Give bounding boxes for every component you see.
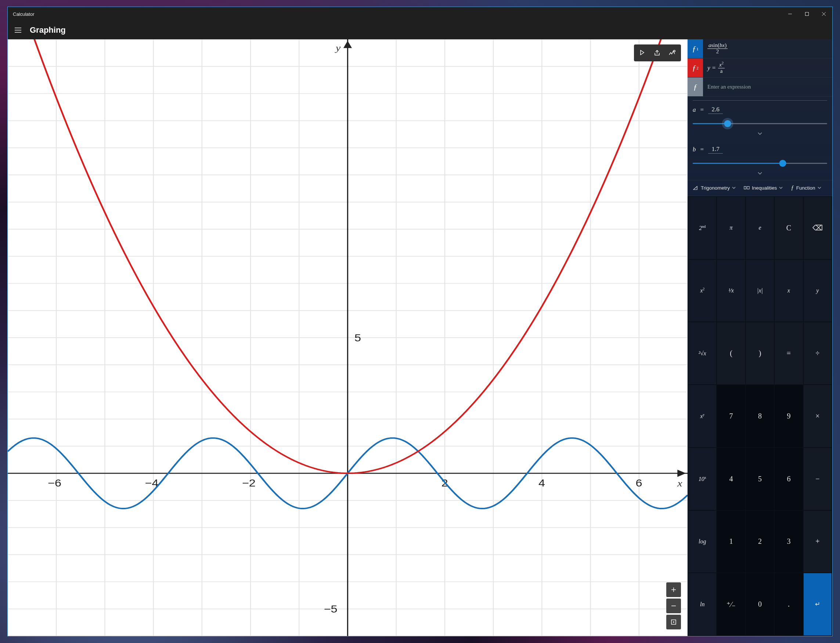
svg-text:6: 6 xyxy=(636,477,642,488)
key-decimal-point[interactable]: . xyxy=(775,573,803,635)
window-title: Calculator xyxy=(13,11,34,17)
key-digit-5[interactable]: 5 xyxy=(746,448,774,510)
variable-name: b xyxy=(693,146,696,153)
content: yx−6−4−22465−5 xyxy=(8,39,832,636)
variable-name: a xyxy=(693,106,696,114)
equation-row-f1[interactable]: ƒ1asin(bx)2 xyxy=(688,39,832,59)
variable-a: a=2.6 xyxy=(688,101,832,140)
key-ln[interactable]: ln xyxy=(688,573,716,635)
svg-point-57 xyxy=(674,51,675,52)
equation-body-f1[interactable]: asin(bx)2 xyxy=(703,39,832,58)
key-variable-x[interactable]: x xyxy=(775,260,803,322)
svg-rect-1 xyxy=(806,13,809,16)
category-row: Trigonometry Inequalities ƒ Function xyxy=(688,180,832,196)
key-square[interactable]: x2 xyxy=(688,260,716,322)
key-equals-op[interactable]: = xyxy=(775,322,803,384)
trigonometry-menu[interactable]: Trigonometry xyxy=(692,183,736,193)
key-digit-9[interactable]: 9 xyxy=(775,385,803,447)
key-paren-open[interactable]: ( xyxy=(717,322,745,384)
equation-color-f2[interactable]: ƒ2 xyxy=(688,59,703,77)
key-pi[interactable]: π xyxy=(717,197,745,259)
variable-value-a[interactable]: 2.6 xyxy=(708,106,723,114)
key-paren-close[interactable]: ) xyxy=(746,322,774,384)
key-log[interactable]: log xyxy=(688,511,716,573)
expand-b[interactable] xyxy=(693,168,827,179)
close-button[interactable] xyxy=(816,7,832,21)
key-add[interactable]: + xyxy=(804,511,832,573)
equation-body-f2[interactable]: y =x2a xyxy=(703,59,832,77)
svg-rect-64 xyxy=(747,186,749,189)
keypad: 2ndπeC⌫x2¹⁄x|x|xy²√x()=÷xy789×10x456−log… xyxy=(688,196,832,636)
key-euler-e[interactable]: e xyxy=(746,197,774,259)
key-enter[interactable]: ↵ xyxy=(804,573,832,635)
function-f-icon: ƒ xyxy=(791,184,794,191)
app-header: Graphing xyxy=(8,21,832,39)
menu-button[interactable] xyxy=(10,22,26,38)
svg-text:5: 5 xyxy=(355,332,361,343)
key-reciprocal[interactable]: ¹⁄x xyxy=(717,260,745,322)
key-negate[interactable]: ⁺⁄₋ xyxy=(717,573,745,635)
app-window: Calculator Graphing yx−6−4−22465−5 xyxy=(7,7,833,636)
titlebar: Calculator xyxy=(8,7,832,21)
expand-a[interactable] xyxy=(693,129,827,140)
key-clear[interactable]: C xyxy=(775,197,803,259)
key-sqrt[interactable]: ²√x xyxy=(688,322,716,384)
svg-text:y: y xyxy=(335,42,341,53)
key-digit-0[interactable]: 0 xyxy=(746,573,774,635)
svg-text:4: 4 xyxy=(539,477,545,488)
equation-body-new[interactable]: Enter an expression xyxy=(703,78,832,96)
key-digit-3[interactable]: 3 xyxy=(775,511,803,573)
svg-text:−6: −6 xyxy=(48,477,61,488)
key-power[interactable]: xy xyxy=(688,385,716,447)
key-ten-power[interactable]: 10x xyxy=(688,448,716,510)
key-multiply[interactable]: × xyxy=(804,385,832,447)
function-menu[interactable]: ƒ Function xyxy=(790,183,822,193)
side-panel: ƒ1asin(bx)2ƒ2y =x2aƒEnter an expression … xyxy=(688,39,832,636)
trace-tool-button[interactable] xyxy=(636,47,650,59)
key-digit-8[interactable]: 8 xyxy=(746,385,774,447)
key-second-function[interactable]: 2nd xyxy=(688,197,716,259)
key-backspace[interactable]: ⌫ xyxy=(804,197,832,259)
svg-rect-63 xyxy=(744,186,746,189)
key-digit-1[interactable]: 1 xyxy=(717,511,745,573)
slider-a[interactable] xyxy=(693,119,827,129)
key-digit-4[interactable]: 4 xyxy=(717,448,745,510)
equation-row-f2[interactable]: ƒ2y =x2a xyxy=(688,59,832,78)
inequalities-menu[interactable]: Inequalities xyxy=(743,183,783,193)
key-absolute[interactable]: |x| xyxy=(746,260,774,322)
graph-options-button[interactable] xyxy=(666,47,679,59)
key-subtract[interactable]: − xyxy=(804,448,832,510)
slider-b[interactable] xyxy=(693,159,827,168)
minimize-button[interactable] xyxy=(781,7,798,21)
svg-point-62 xyxy=(673,621,674,623)
variable-sliders: a=2.6b=1.7 xyxy=(688,101,832,180)
share-graph-button[interactable] xyxy=(651,47,664,59)
svg-text:x: x xyxy=(677,478,682,488)
zoom-fit-button[interactable] xyxy=(666,615,681,629)
key-digit-7[interactable]: 7 xyxy=(717,385,745,447)
variable-b: b=1.7 xyxy=(688,140,832,180)
key-variable-y[interactable]: y xyxy=(804,260,832,322)
mode-title: Graphing xyxy=(30,25,66,35)
svg-text:−2: −2 xyxy=(242,477,256,488)
key-digit-2[interactable]: 2 xyxy=(746,511,774,573)
equation-list: ƒ1asin(bx)2ƒ2y =x2aƒEnter an expression xyxy=(688,39,832,96)
svg-text:−5: −5 xyxy=(324,603,337,614)
graph-canvas[interactable]: yx−6−4−22465−5 xyxy=(8,39,688,636)
window-controls xyxy=(781,7,832,21)
zoom-out-button[interactable] xyxy=(666,599,681,613)
zoom-controls xyxy=(666,583,681,629)
zoom-in-button[interactable] xyxy=(666,583,681,597)
plot-svg: yx−6−4−22465−5 xyxy=(8,39,688,636)
variable-value-b[interactable]: 1.7 xyxy=(708,145,723,153)
equation-color-f1[interactable]: ƒ1 xyxy=(688,39,703,58)
maximize-button[interactable] xyxy=(798,7,816,21)
graph-toolbar xyxy=(634,44,681,61)
equation-row-new[interactable]: ƒEnter an expression xyxy=(688,78,832,96)
key-divide[interactable]: ÷ xyxy=(804,322,832,384)
equation-color-new[interactable]: ƒ xyxy=(688,78,703,96)
key-digit-6[interactable]: 6 xyxy=(775,448,803,510)
